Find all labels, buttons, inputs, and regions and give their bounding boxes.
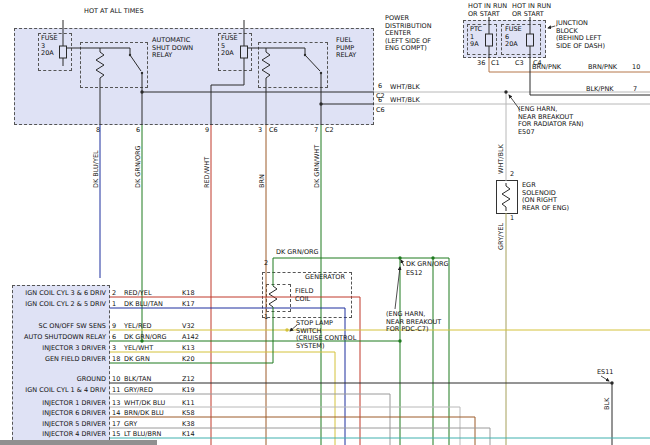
pcm-row-circuit: V32 xyxy=(182,323,195,331)
pdc-title: POWER DISTRIBUTION CENTER (LEFT SIDE OF … xyxy=(385,15,432,53)
pcm-row-color: DK GRN xyxy=(124,356,150,364)
asd-relay-coil xyxy=(96,52,104,78)
pcm-row-pin: 13 xyxy=(112,400,120,408)
jb-pin-36: 36 xyxy=(477,60,485,68)
vlabel-gry-yel: GRY/YEL xyxy=(498,223,505,250)
es11-arrow xyxy=(601,376,609,381)
brn-pnk-label-1: BRN/PNK xyxy=(532,64,561,72)
fuse-3-label: FUSE 3 20A xyxy=(41,35,58,58)
wiring-diagram-page: HOT AT ALL TIMES POWER DISTRIBUTION CENT… xyxy=(0,0,650,445)
jb-conn-c1: C1 xyxy=(491,60,500,68)
pcm-row-pin: 3 xyxy=(112,345,116,353)
pcm-row-pin: 9 xyxy=(112,323,116,331)
pcm-row-label: INJECTOR 5 DRIVER xyxy=(14,421,106,429)
pcm-row-circuit: K19 xyxy=(182,387,195,395)
pcm-row-pin: 15 xyxy=(112,431,120,439)
fuse-3-element xyxy=(60,46,67,58)
pdc-pin-9: 9 xyxy=(205,127,209,135)
stop-lamp-switch-label: STOP LAMP SWITCH (CRUISE CONTROL SYSTEM) xyxy=(296,320,356,350)
pcm-row-label: INJECTOR 1 DRIVER xyxy=(14,400,106,408)
pdc-c7-breakout-arrow xyxy=(395,267,400,309)
wire-brn-dk-blu-k58 xyxy=(110,417,475,445)
asd-relay-label: AUTOMATIC SHUT DOWN RELAY xyxy=(152,37,193,60)
pcm-row-pin: 17 xyxy=(112,421,120,429)
wht-blk-label-2: WHT/BLK xyxy=(390,97,420,105)
dk-grn-org-label: DK GRN/ORG xyxy=(276,249,319,257)
pdc-pin-3-conn: C6 xyxy=(269,127,278,135)
wire-brn-pnk xyxy=(489,58,650,72)
pcm-row-color: BRN/DK BLU xyxy=(124,410,164,418)
blk-pnk-label: BLK/PNK xyxy=(586,86,614,94)
pcm-row-pin: 10 xyxy=(112,376,120,384)
es12-wire-label: DK GRN/ORG xyxy=(406,261,449,269)
wht-blk-label-1: WHT/BLK xyxy=(390,84,420,92)
fp-switch-contact xyxy=(305,55,320,71)
internal-diagram-lines xyxy=(60,17,534,307)
brn-pnk-label-2: BRN/PNK xyxy=(588,64,617,72)
pdc-pin-8: 8 xyxy=(96,127,100,135)
vlabel-dk-blu-yel: DK BLU/YEL xyxy=(93,150,100,188)
generator-title: GENERATOR xyxy=(305,274,345,282)
egr-pin-2: 2 xyxy=(510,171,514,179)
pcm-row-color: YEL/RED xyxy=(124,323,152,331)
pcm-row-label: INJECTOR 4 DRIVER xyxy=(14,431,106,439)
es12-arrow xyxy=(401,260,404,266)
junction-block-arrow xyxy=(548,26,555,28)
pcm-row-label: IGN COIL CYL 2 & 5 DRIV xyxy=(14,301,106,309)
fuse-6-label: FUSE 6 20A xyxy=(505,26,522,49)
asd-switch-contact xyxy=(130,55,141,71)
pcm-row-label: GEN FIELD DRIVER xyxy=(14,356,106,364)
pcm-row-color: RED/YEL xyxy=(124,290,152,298)
pdc-c7-breakout-label: (ENG HARN, NEAR BREAKOUT FOR PDC-C7) xyxy=(386,311,441,334)
vlabel-dk-grn-org: DK GRN/ORG xyxy=(135,145,142,188)
pcm-row-pin: 6 xyxy=(112,334,116,342)
pcm-row-circuit: A142 xyxy=(182,334,199,342)
fuse-5-label: FUSE 5 20A xyxy=(221,35,238,58)
pin-10: 10 xyxy=(632,64,640,72)
ptc-1-element xyxy=(486,34,493,46)
pcm-row-label: GROUND xyxy=(14,376,106,384)
pdc-pin-3: 3 xyxy=(258,127,262,135)
hot-in-run-label-2: HOT IN RUN OR START xyxy=(512,3,551,18)
e507-breakout-label: (ENG HARN, NEAR BREAKOUT FOR RADIATOR FA… xyxy=(518,106,584,136)
fuse-6-element xyxy=(527,34,534,46)
pcm-row-color: GRY xyxy=(124,421,137,429)
pcm-row-label: INJECTOR 3 DRIVER xyxy=(14,345,106,353)
pcm-row-pin: 1 xyxy=(112,301,116,309)
es12-name: ES12 xyxy=(406,270,423,278)
pcm-row-color: YEL/WHT xyxy=(124,345,153,353)
ptc-1-label: PTC 1 9A xyxy=(470,26,482,49)
vlabel-brn: BRN xyxy=(259,174,266,188)
pcm-row-circuit: K14 xyxy=(182,431,195,439)
egr-solenoid-label: EGR SOLENOID (ON RIGHT REAR OF ENG) xyxy=(522,182,569,212)
pdc-right-pin-1: 6 xyxy=(378,83,382,91)
vlabel-blk: BLK xyxy=(604,398,611,410)
pcm-row-pin: 18 xyxy=(112,356,120,364)
pcm-row-label: INJECTOR 6 DRIVER xyxy=(14,410,106,418)
pcm-row-color: LT BLU/BRN xyxy=(124,431,161,439)
pcm-row-color: WHT/DK BLU xyxy=(124,400,165,408)
pcm-row-circuit: Z12 xyxy=(182,376,195,384)
jb-conn-c3: C3 xyxy=(515,60,524,68)
pcm-row-circuit: K13 xyxy=(182,345,195,353)
pcm-row-pin: 11 xyxy=(112,387,120,395)
pcm-row-circuit: K38 xyxy=(182,421,195,429)
pcm-row-label: AUTO SHUTDOWN RELAY xyxy=(14,334,106,342)
pin-7: 7 xyxy=(633,86,637,94)
bottom-edge-artifact xyxy=(0,440,157,445)
pcm-row-color: BLK/TAN xyxy=(124,376,151,384)
pcm-row-pin: 2 xyxy=(112,290,116,298)
hot-in-run-label-1: HOT IN RUN OR START xyxy=(468,3,507,18)
pcm-row-label: IGN COIL CYL 1 & 4 DRIV xyxy=(14,387,106,395)
pcm-row-circuit: K17 xyxy=(182,301,195,309)
fuel-pump-relay-label: FUEL PUMP RELAY xyxy=(336,37,356,60)
pcm-row-circuit: K18 xyxy=(182,290,195,298)
fuel-pump-relay-coil xyxy=(262,52,270,78)
pdc-right-pin-2-conn: C6 xyxy=(376,107,385,115)
es11-name: ES11 xyxy=(597,369,614,377)
vlabel-dk-grn-wht: DK GRN/WHT xyxy=(314,145,321,188)
pcm-row-label: IGN COIL CYL 3 & 6 DRIV xyxy=(14,290,106,298)
egr-pin-1: 1 xyxy=(510,215,514,223)
junction-block-title: JUNCTION BLOCK (BEHIND LEFT SIDE OF DASH… xyxy=(556,20,605,50)
pcm-row-circuit: K11 xyxy=(182,400,195,408)
